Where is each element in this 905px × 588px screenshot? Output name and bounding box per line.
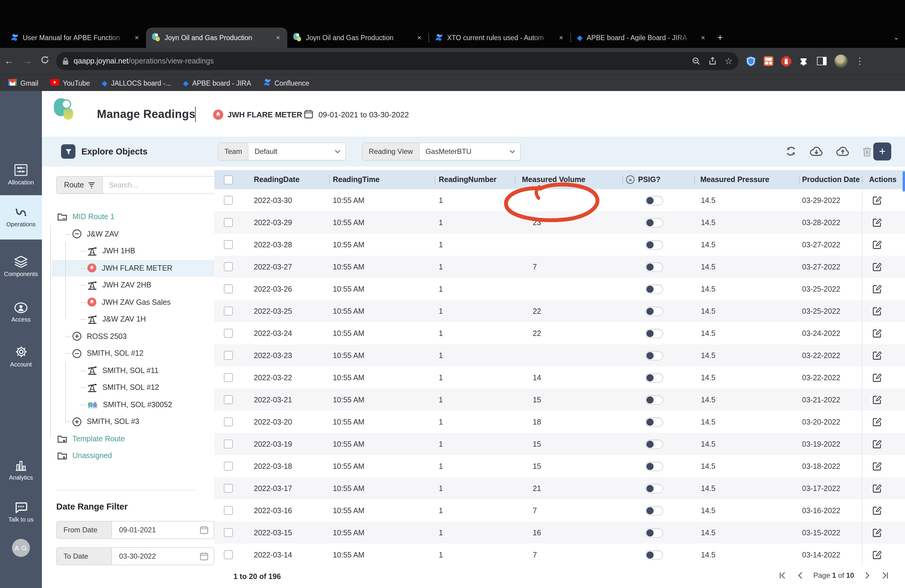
edit-reading-button[interactable]: [873, 211, 905, 234]
bookmark-star-icon[interactable]: ☆: [724, 56, 733, 67]
edit-reading-button[interactable]: [873, 256, 905, 278]
browser-tab[interactable]: Joyn Oil and Gas Production×: [287, 27, 429, 48]
tab-close-icon[interactable]: ×: [416, 33, 422, 42]
browser-tab[interactable]: Joyn Oil and Gas Production×: [146, 27, 287, 48]
bookmark-item[interactable]: YouTube: [50, 79, 90, 87]
route-filter-button[interactable]: Route: [56, 176, 102, 194]
tree-node-j-w-zav[interactable]: J&W ZAV: [72, 226, 119, 242]
psig-toggle[interactable]: [645, 329, 663, 338]
tree-node-jwh-1hb[interactable]: JWH 1HB: [87, 243, 135, 259]
back-button[interactable]: ←: [0, 56, 18, 67]
circle-plus-icon[interactable]: [72, 417, 81, 426]
row-checkbox[interactable]: [224, 417, 233, 426]
sidebar-item-access[interactable]: Access: [0, 291, 42, 335]
edit-reading-button[interactable]: [873, 300, 905, 322]
column-header-measured-volume[interactable]: Measured Volume: [522, 170, 622, 189]
tree-node-smith-sol-11[interactable]: SMITH, SOL #11: [87, 362, 159, 379]
psig-toggle[interactable]: [645, 439, 663, 449]
column-header-readingtime[interactable]: ReadingTime: [333, 170, 435, 189]
sidebar-item-components[interactable]: Components: [0, 244, 42, 289]
select-all-checkbox[interactable]: [224, 175, 233, 184]
edit-reading-button[interactable]: [873, 344, 905, 366]
row-checkbox[interactable]: [224, 395, 233, 404]
sidebar-item-account[interactable]: Account: [0, 334, 42, 378]
tree-node-smith-sol-3[interactable]: SMITH, SOL #3: [72, 413, 140, 430]
new-tab-button[interactable]: +: [712, 27, 728, 48]
edit-reading-button[interactable]: [873, 455, 905, 477]
tree-node-mid-route-1[interactable]: MID Route 1: [57, 208, 114, 225]
edit-reading-button[interactable]: [873, 477, 905, 499]
sidebar-item-allocation[interactable]: Allocation: [0, 153, 42, 197]
next-page-icon[interactable]: [865, 572, 870, 579]
column-header-readingnumber[interactable]: ReadingNumber: [439, 170, 515, 189]
psig-toggle[interactable]: [645, 240, 663, 250]
extensions-puzzle-icon[interactable]: [799, 56, 809, 66]
column-header-measured-pressure[interactable]: Measured Pressure: [700, 170, 799, 189]
psig-toggle[interactable]: [645, 483, 663, 493]
row-checkbox[interactable]: [224, 196, 233, 205]
edit-reading-button[interactable]: [873, 499, 905, 521]
reload-button[interactable]: [36, 56, 54, 67]
tree-node-jwh-zav-2hb[interactable]: JWH ZAV 2HB: [87, 277, 151, 293]
browser-menu-icon[interactable]: ⋮: [855, 56, 864, 67]
edit-reading-button[interactable]: [873, 521, 905, 544]
psig-toggle[interactable]: [645, 461, 663, 471]
browser-tab[interactable]: XTO current rules used - Autom×: [429, 27, 570, 48]
edit-reading-button[interactable]: [873, 544, 905, 566]
row-checkbox[interactable]: [224, 262, 233, 271]
sidebar-item-talk-to-us[interactable]: Talk to us: [0, 490, 42, 534]
bookmark-item[interactable]: Confluence: [263, 78, 309, 87]
psig-toggle[interactable]: [645, 417, 663, 427]
bookmark-item[interactable]: ◆APBE board - JIRA: [183, 79, 251, 87]
tree-node-j-w-zav-1h[interactable]: J&W ZAV 1H: [87, 311, 146, 327]
row-checkbox[interactable]: [224, 240, 233, 249]
zenmate-extension-icon[interactable]: [746, 56, 756, 67]
forward-button[interactable]: →: [18, 56, 36, 67]
to-date-field[interactable]: To Date 03-30-2022: [56, 547, 214, 565]
row-checkbox[interactable]: [224, 351, 233, 360]
sidebar-extension-icon[interactable]: [817, 57, 827, 65]
tab-search-chevron-icon[interactable]: ⌄: [894, 33, 899, 41]
row-checkbox[interactable]: [224, 484, 233, 493]
first-page-icon[interactable]: [779, 572, 787, 579]
psig-info-icon[interactable]: »: [626, 175, 635, 184]
cloud-upload-icon[interactable]: [836, 146, 849, 156]
tab-close-icon[interactable]: ×: [133, 33, 140, 42]
team-select[interactable]: Team Default: [218, 143, 346, 161]
tree-node-smith-sol-12[interactable]: SMITH, SOL #12: [87, 379, 159, 396]
row-checkbox[interactable]: [224, 329, 233, 338]
prev-page-icon[interactable]: [798, 572, 803, 579]
edit-reading-button[interactable]: [873, 322, 905, 344]
edit-reading-button[interactable]: [873, 278, 905, 300]
row-checkbox[interactable]: [224, 284, 233, 293]
psig-toggle[interactable]: [645, 550, 663, 559]
edit-reading-button[interactable]: [873, 389, 905, 411]
circle-minus-icon[interactable]: [72, 229, 81, 238]
adblock-extension-icon[interactable]: [781, 56, 791, 66]
row-checkbox[interactable]: [224, 440, 233, 448]
psig-toggle[interactable]: [645, 506, 663, 515]
psig-toggle[interactable]: [645, 373, 663, 382]
tree-node-template-route[interactable]: Template Route: [57, 430, 125, 447]
profile-avatar[interactable]: [834, 54, 848, 68]
browser-tab[interactable]: ◆APBE board - Agile Board - JIRA×: [571, 27, 712, 48]
column-header-production-date[interactable]: Production Date: [802, 170, 862, 189]
tree-node-smith-sol-30052[interactable]: SMITH, SOL #30052: [87, 396, 172, 413]
add-reading-button[interactable]: +: [873, 143, 891, 161]
edit-reading-button[interactable]: [873, 189, 905, 211]
tree-node-ross-2503[interactable]: ROSS 2503: [72, 328, 127, 345]
edit-reading-button[interactable]: [873, 234, 905, 256]
bookmark-item[interactable]: ◆JALLOCS board -...: [102, 79, 171, 87]
psig-toggle[interactable]: [645, 528, 663, 537]
share-icon[interactable]: [708, 57, 716, 65]
edit-reading-button[interactable]: [873, 366, 905, 389]
row-checkbox[interactable]: [224, 550, 233, 559]
edit-reading-button[interactable]: [873, 411, 905, 433]
row-checkbox[interactable]: [224, 373, 233, 382]
bookmark-item[interactable]: Gmail: [8, 79, 38, 87]
psig-toggle[interactable]: [645, 351, 663, 360]
tab-close-icon[interactable]: ×: [275, 33, 281, 42]
tree-search-input[interactable]: [102, 176, 219, 194]
from-date-field[interactable]: From Date 09-01-2021: [56, 521, 214, 539]
sidebar-item-analytics[interactable]: Analytics: [0, 448, 42, 492]
